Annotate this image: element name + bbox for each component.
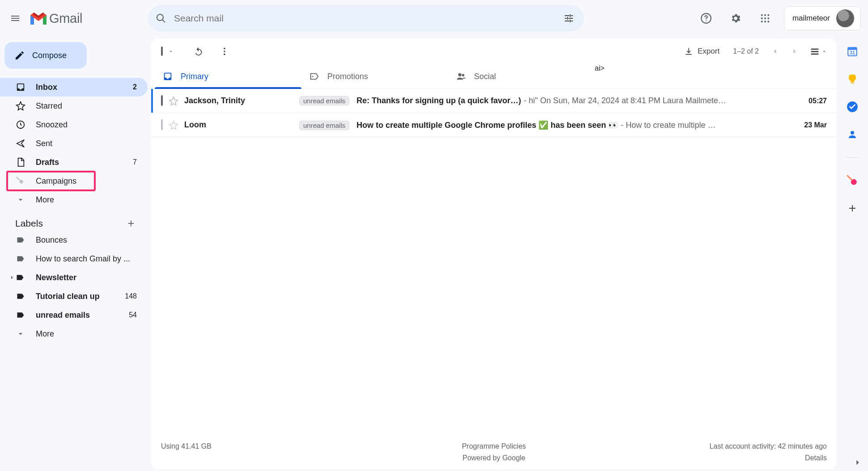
tab-promotions[interactable]: Promotions [301, 64, 448, 88]
next-page-button[interactable] [787, 43, 803, 59]
rail-mailmeteor[interactable] [847, 175, 858, 186]
svg-point-5 [706, 20, 707, 21]
rail-tasks[interactable] [847, 101, 858, 113]
policy-link[interactable]: Programme Policies [462, 442, 526, 450]
label-item-newsletter[interactable]: Newsletter [0, 268, 148, 287]
search-input[interactable] [173, 5, 560, 32]
search-options-button[interactable] [560, 9, 578, 27]
send-icon [15, 139, 26, 148]
header: Gmail mailmeteo [0, 0, 868, 37]
rail-add[interactable] [847, 202, 858, 214]
select-dropdown[interactable] [168, 49, 174, 54]
rail-collapse[interactable] [852, 457, 864, 468]
settings-button[interactable] [725, 8, 746, 29]
label-item-label: unread emails [36, 311, 119, 320]
contacts-icon [847, 129, 858, 140]
star-icon [169, 96, 178, 106]
plus-icon [126, 219, 136, 228]
gmail-icon [30, 12, 47, 25]
label-expand-icon [8, 273, 26, 282]
prev-page-button[interactable] [767, 43, 783, 59]
tab-label: Primary [181, 72, 208, 81]
gear-icon [730, 13, 741, 24]
compose-label: Compose [32, 51, 67, 60]
meteor-color-icon [847, 175, 858, 186]
label-icon [15, 236, 26, 244]
tab-label: Social [474, 72, 496, 81]
label-item-bounces[interactable]: Bounces [0, 231, 148, 249]
label-item-tutorial[interactable]: Tutorial clean up 148 [0, 287, 148, 306]
row-sender: Jackson, Trinity [184, 96, 294, 105]
svg-point-31 [851, 131, 854, 135]
more-button[interactable] [219, 46, 230, 57]
star-icon [15, 101, 26, 111]
svg-point-11 [767, 17, 769, 19]
activity-text: Last account activity: 42 minutes ago [710, 442, 827, 450]
svg-point-18 [224, 50, 225, 52]
label-item-label: Tutorial clean up [36, 292, 115, 301]
label-item-unread[interactable]: unread emails 54 [0, 306, 148, 324]
support-button[interactable] [695, 8, 717, 29]
sidebar-item-drafts[interactable]: Drafts 7 [0, 153, 148, 172]
row-checkbox[interactable] [161, 120, 163, 130]
svg-text:31: 31 [850, 50, 855, 55]
tab-label: Promotions [327, 72, 368, 81]
tab-primary[interactable]: Primary [155, 64, 301, 88]
sidebar-item-sent[interactable]: Sent [0, 134, 148, 153]
account-switcher[interactable]: mailmeteor [784, 6, 861, 30]
label-item-more[interactable]: More [0, 324, 148, 343]
density-icon [810, 46, 820, 56]
toolbar: Export 1–2 of 2 [151, 38, 837, 64]
select-all-checkbox[interactable] [161, 47, 163, 55]
sidebar-item-inbox[interactable]: Inbox 2 [0, 78, 148, 97]
search-bar[interactable] [148, 5, 584, 32]
compose-button[interactable]: Compose [4, 42, 87, 69]
row-snippet: - How to create multiple … [621, 121, 716, 130]
row-date: 23 Mar [804, 121, 827, 129]
sidebar-item-campaigns[interactable]: Campaigns [7, 172, 95, 190]
sidebar-item-starred[interactable]: Starred [0, 97, 148, 115]
powered-text: Powered by Google [462, 454, 525, 462]
rail-keep[interactable] [847, 73, 858, 85]
row-subject: unread emails Re: Thanks for signing up … [299, 96, 803, 105]
row-snippet: - hi" On Sun, Mar 24, 2024 at 8:41 PM La… [524, 96, 726, 105]
label-icon [15, 254, 26, 263]
label-item-label: More [36, 329, 137, 339]
chevron-down-icon [15, 329, 26, 338]
export-button[interactable]: Export [684, 47, 720, 56]
row-star[interactable] [168, 120, 179, 130]
email-row[interactable]: Jackson, Trinity unread emails Re: Thank… [151, 89, 837, 113]
rail-calendar[interactable]: 31 [847, 46, 858, 57]
tab-social[interactable]: Social [448, 64, 595, 88]
label-item-label: Newsletter [36, 273, 137, 282]
add-label-button[interactable] [126, 219, 136, 228]
details-link[interactable]: Details [805, 454, 827, 462]
file-icon [15, 157, 26, 167]
sidebar-item-label: More [36, 195, 137, 205]
svg-point-25 [462, 74, 465, 77]
sidebar-item-snoozed[interactable]: Snoozed [0, 115, 148, 134]
email-row[interactable]: Loom unread emails How to create multipl… [151, 113, 837, 137]
label-item-howto[interactable]: How to search Gmail by ... [0, 249, 148, 268]
svg-point-23 [312, 76, 313, 77]
density-button[interactable] [810, 46, 827, 56]
footer-right: Last account activity: 42 minutes ago De… [605, 442, 827, 462]
apps-button[interactable] [754, 8, 776, 29]
row-subject-text: How to create multiple Google Chrome pro… [356, 120, 618, 130]
header-right: mailmeteor [695, 6, 864, 30]
sidebar-item-more[interactable]: More [0, 190, 148, 209]
avatar [836, 9, 854, 27]
rail-contacts[interactable] [847, 129, 858, 140]
row-star[interactable] [168, 96, 179, 106]
tasks-icon [847, 101, 858, 113]
refresh-button[interactable] [193, 46, 204, 57]
kebab-icon [220, 46, 229, 56]
row-sender: Loom [184, 120, 294, 130]
row-checkbox[interactable] [161, 96, 163, 105]
main-menu-button[interactable] [4, 8, 26, 29]
svg-point-24 [458, 73, 462, 76]
logo[interactable]: Gmail [30, 11, 127, 26]
sidebar: Compose Inbox 2 Starred Snoozed [0, 37, 148, 471]
footer-center: Programme Policies Powered by Google [383, 442, 605, 462]
label-item-label: Bounces [36, 236, 137, 245]
